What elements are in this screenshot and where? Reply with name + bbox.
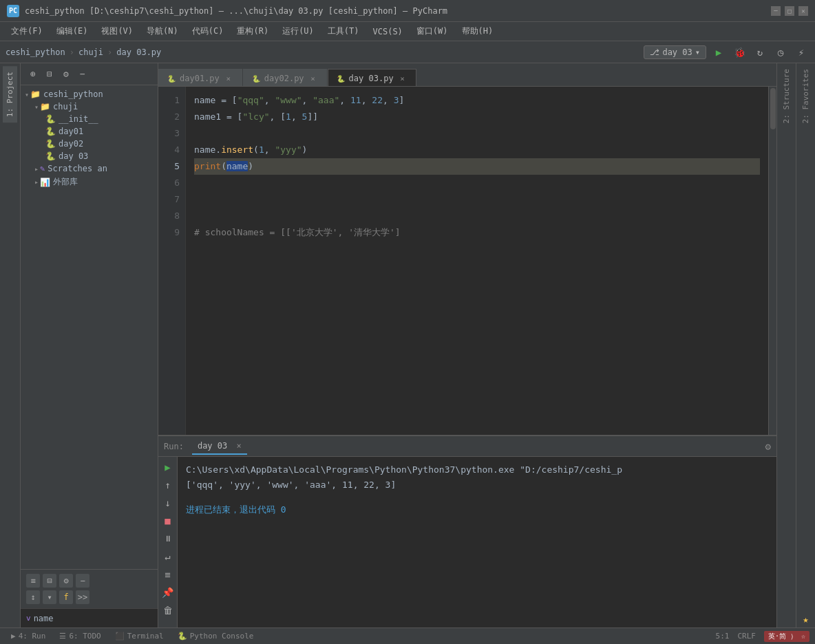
run-tab-day03[interactable]: day 03 × (192, 438, 247, 455)
line-ending[interactable]: CRLF (737, 632, 756, 641)
align-button[interactable]: ≡ (160, 567, 176, 582)
menu-view[interactable]: 视图(V) (96, 23, 138, 39)
favorites-star-icon[interactable]: ★ (803, 614, 808, 625)
menu-vcs[interactable]: VCS(S) (368, 25, 408, 39)
maximize-button[interactable]: □ (785, 6, 794, 16)
wrap-button[interactable]: ↵ (160, 549, 176, 564)
tree-item-label: chuji (53, 102, 78, 111)
close-button[interactable]: ✕ (798, 6, 808, 16)
stop-button[interactable]: ■ (160, 513, 176, 528)
tree-item-day03[interactable]: 🐍 day 03 (21, 150, 158, 162)
library-icon: 📊 (40, 178, 50, 187)
rerun-button2[interactable]: ⏸ (160, 531, 176, 546)
line-num-2: 2 (158, 109, 180, 125)
line-num-9: 9 (158, 224, 180, 241)
collapse-button[interactable]: ⊟ (43, 574, 56, 588)
scroll-up-button[interactable]: ↑ (160, 477, 176, 493)
tab-day03[interactable]: 🐍 day 03.py × (328, 69, 416, 86)
variable-icon: v (26, 614, 31, 623)
rerun-button[interactable]: ↻ (752, 44, 768, 61)
minimize-button[interactable]: ─ (771, 6, 781, 16)
tree-item-scratches[interactable]: ▸ ✎ Scratches an (21, 162, 158, 175)
menu-navigate[interactable]: 导航(N) (141, 23, 184, 39)
bottom-tab-python-console[interactable]: 🐍 Python Console (172, 630, 260, 643)
project-panel-bottom: ≡ ⊟ ⚙ − ↕ ▾ f >> (21, 569, 158, 608)
minimize-panel-button[interactable]: − (76, 67, 89, 81)
code-line-7 (194, 191, 760, 208)
pin-button[interactable]: 📌 (160, 585, 176, 600)
menu-file[interactable]: 文件(F) (6, 23, 48, 39)
tree-item-chuji[interactable]: ▾ 📁 chuji (21, 100, 158, 113)
tree-item-external[interactable]: ▸ 📊 外部库 (21, 175, 158, 189)
sidebar-item-structure[interactable]: 2: Structure (779, 63, 794, 129)
menu-window[interactable]: 窗口(W) (411, 23, 454, 39)
more-button[interactable]: >> (76, 590, 89, 604)
build-button[interactable]: ⚡ (793, 44, 809, 61)
menu-tools[interactable]: 工具(T) (322, 23, 365, 39)
tab-close-day03[interactable]: × (398, 74, 408, 83)
run-tab-name: day 03 (198, 441, 227, 451)
favorite-button[interactable]: f (59, 590, 73, 604)
settings2-button[interactable]: ⚙ (59, 574, 73, 588)
menu-code[interactable]: 代码(C) (187, 23, 229, 39)
output-cmd-line: C:\Users\xd\AppData\Local\Programs\Pytho… (186, 462, 768, 477)
collapse-all-button[interactable]: ⊟ (43, 67, 56, 81)
delete-button[interactable]: 🗑 (160, 603, 176, 618)
tab-close-day01[interactable]: × (224, 74, 233, 83)
tree-item-label: day01 (59, 127, 83, 136)
editor-area: 🐍 day01.py × 🐍 day02.py × 🐍 day 03.py × (158, 63, 776, 435)
menu-run[interactable]: 运行(U) (277, 23, 319, 39)
sidebar-item-favorites[interactable]: 2: Favorites (798, 63, 813, 129)
python-tab-icon: 🐍 (252, 75, 260, 83)
branch-selector[interactable]: ⎇ day 03 ▾ (644, 45, 706, 59)
tree-item-init[interactable]: 🐍 __init__ (21, 113, 158, 125)
project-panel: ⊕ ⊟ ⚙ − ▾ 📁 ceshi_python ▾ 📁 chuji 🐍 __i… (21, 63, 158, 627)
scrollbar-thumb[interactable] (770, 88, 776, 129)
tab-day02[interactable]: 🐍 day02.py × (243, 69, 327, 86)
python-console-label: Python Console (190, 632, 254, 641)
run-settings-button[interactable]: ⚙ (765, 441, 771, 452)
coverage-button[interactable]: ◷ (772, 44, 789, 61)
output-exit-line: 进程已结束，退出代码 0 (186, 502, 768, 517)
tree-item-label: ceshi_python (43, 89, 103, 99)
tab-label: day01.py (180, 74, 220, 83)
tree-item-day02[interactable]: 🐍 day02 (21, 138, 158, 150)
todo-tab-label: 6: TODO (69, 632, 100, 641)
tab-close-day02[interactable]: × (308, 74, 318, 83)
sidebar-item-project[interactable]: 1: Project (3, 66, 17, 122)
settings-button[interactable]: ⚙ (59, 67, 73, 81)
tree-item-ceshi-python[interactable]: ▾ 📁 ceshi_python (21, 88, 158, 100)
run-again-button[interactable]: ▶ (160, 460, 176, 475)
tree-item-day01[interactable]: 🐍 day01 (21, 125, 158, 138)
code-line-6 (194, 175, 760, 191)
filter-button[interactable]: ▾ (43, 590, 56, 604)
run-button[interactable]: ▶ (710, 44, 727, 61)
scroll-down-button[interactable]: ↓ (160, 495, 176, 511)
debug-button[interactable]: 🐞 (731, 44, 748, 61)
tab-day01[interactable]: 🐍 day01.py × (158, 69, 242, 86)
code-editor[interactable]: 1 2 3 4 5 6 7 8 9 name = ["qqq", "www", … (158, 87, 776, 435)
menu-help[interactable]: 帮助(H) (456, 23, 499, 39)
code-line-5: print(name) (194, 158, 760, 175)
bottom-tab-terminal[interactable]: ⬛ Terminal (109, 630, 169, 643)
run-tab-close[interactable]: × (237, 441, 242, 451)
window-controls: ─ □ ✕ (771, 6, 808, 16)
sort-button[interactable]: ↕ (26, 590, 40, 604)
locate-file-button[interactable]: ⊕ (26, 67, 40, 81)
breadcrumb-file[interactable]: day 03.py (116, 47, 161, 57)
python-tab-icon: 🐍 (167, 75, 176, 83)
project-tree: ▾ 📁 ceshi_python ▾ 📁 chuji 🐍 __init__ 🐍 … (21, 85, 158, 569)
editor-scrollbar[interactable] (768, 87, 776, 435)
project-toolbar: ⊕ ⊟ ⚙ − (21, 63, 158, 85)
menu-edit[interactable]: 编辑(E) (51, 23, 94, 39)
breadcrumb-folder[interactable]: chuji (78, 47, 103, 57)
line-num-5: 5 (158, 158, 180, 175)
bottom-tab-run[interactable]: ▶ 4: Run (6, 630, 51, 643)
menu-refactor[interactable]: 重构(R) (231, 23, 274, 39)
breadcrumb-project[interactable]: ceshi_python (6, 47, 65, 57)
scroll-from-source-button[interactable]: ≡ (26, 574, 40, 588)
code-content[interactable]: name = ["qqq", "www", "aaa", 11, 22, 3] … (186, 87, 768, 435)
close-panel-button[interactable]: − (76, 574, 89, 588)
scratch-icon: ✎ (40, 164, 45, 173)
bottom-tab-todo[interactable]: ☰ 6: TODO (54, 630, 106, 643)
